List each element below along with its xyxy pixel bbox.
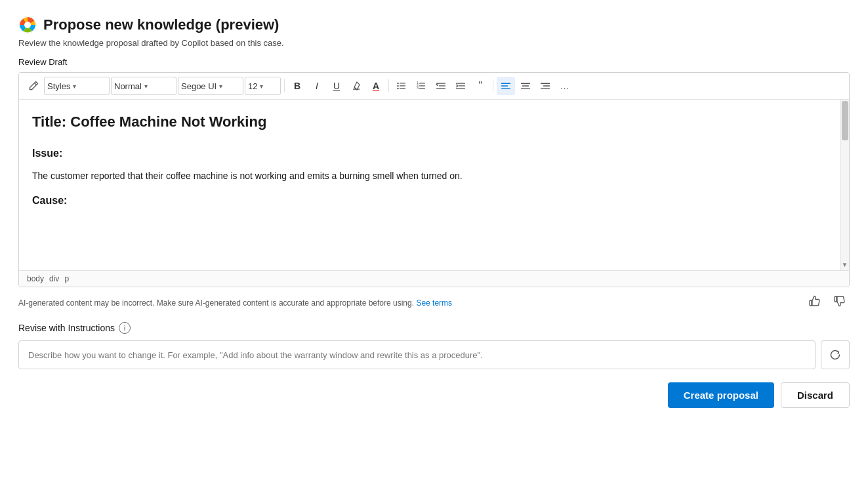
svg-rect-17 [456,83,465,84]
svg-rect-19 [456,88,465,89]
svg-rect-5 [400,85,405,86]
discard-button[interactable]: Discard [781,382,850,408]
svg-rect-7 [400,88,405,89]
revise-info-icon[interactable]: i [119,322,131,334]
statusbar-p: p [64,274,69,283]
size-dropdown-arrow: ▾ [260,83,263,90]
toolbar-divider-1 [284,79,285,92]
svg-rect-27 [543,85,550,86]
feedback-buttons [805,293,850,313]
align-left-button[interactable] [497,77,515,95]
statusbar-div: div [49,274,59,283]
revise-label-text: Revise with Instructions [18,323,115,333]
svg-rect-23 [521,83,530,84]
numbered-list-button[interactable]: 1. 2. 3. [412,77,430,95]
svg-rect-28 [541,88,550,89]
svg-rect-11 [419,85,425,86]
align-right-button[interactable] [536,77,554,95]
italic-button[interactable]: I [308,77,326,95]
normal-dropdown[interactable]: Normal ▾ [111,77,176,95]
styles-dropdown-arrow: ▾ [73,83,76,90]
quote-button[interactable]: " [471,77,489,95]
svg-rect-22 [501,88,510,89]
ai-disclaimer-text: AI-generated content may be incorrect. M… [18,298,452,308]
svg-rect-9 [419,83,425,83]
svg-rect-21 [501,85,508,86]
revise-refresh-button[interactable] [821,340,850,369]
revise-instructions-input[interactable] [18,340,816,369]
thumbs-up-button[interactable] [805,293,825,313]
bullet-list-button[interactable] [392,77,411,95]
toolbar-divider-2 [388,79,389,92]
issue-text: The customer reported that their coffee … [32,169,836,183]
normal-dropdown-arrow: ▾ [144,83,148,90]
svg-rect-13 [419,88,425,89]
editor-statusbar: body div p [19,270,849,287]
toolbar-divider-3 [493,79,493,92]
scrollbar-down-arrow[interactable]: ▼ [840,259,849,270]
svg-rect-20 [501,83,510,84]
bold-button[interactable]: B [288,77,306,95]
svg-rect-3 [400,83,405,83]
page-subtitle: Review the knowledge proposal drafted by… [18,38,850,48]
svg-rect-26 [541,83,550,84]
svg-point-1 [24,22,31,28]
svg-rect-15 [439,85,445,86]
svg-rect-18 [459,85,465,86]
svg-rect-24 [522,85,529,86]
create-proposal-button[interactable]: Create proposal [668,382,774,408]
issue-heading: Issue: [32,145,836,162]
svg-rect-16 [436,88,445,89]
svg-point-2 [397,83,398,84]
doc-title: Title: Coffee Machine Not Working [32,110,836,133]
copilot-logo-icon [18,16,37,34]
styles-dropdown[interactable]: Styles ▾ [44,77,110,95]
edit-icon-button[interactable] [24,77,43,95]
svg-point-4 [397,85,398,87]
review-draft-label: Review Draft [18,57,850,67]
size-dropdown[interactable]: 12 ▾ [245,77,281,95]
align-center-button[interactable] [516,77,535,95]
svg-point-6 [397,88,398,89]
revise-section: Revise with Instructions i [18,322,850,369]
see-terms-link[interactable]: See terms [416,298,452,308]
svg-rect-25 [521,88,530,89]
highlight-button[interactable] [347,77,365,95]
editor-toolbar: Styles ▾ Normal ▾ Segoe UI ▾ 12 ▾ B I U [19,73,849,100]
scrollbar-thumb[interactable] [842,101,848,140]
editor-container: Styles ▾ Normal ▾ Segoe UI ▾ 12 ▾ B I U [18,72,850,287]
font-dropdown-arrow: ▾ [219,83,222,90]
indent-button[interactable] [451,77,470,95]
more-options-button[interactable]: ... [556,77,574,95]
revise-input-row [18,340,850,369]
svg-text:3.: 3. [417,86,419,90]
page-title: Propose new knowledge (preview) [43,16,279,33]
editor-content-area[interactable]: Title: Coffee Machine Not Working Issue:… [19,100,849,270]
editor-scrollbar[interactable]: ▲ ▼ [840,100,849,270]
page-header: Propose new knowledge (preview) [18,16,850,34]
outdent-button[interactable] [432,77,450,95]
statusbar-body: body [27,274,44,283]
thumbs-down-button[interactable] [830,293,850,313]
ai-disclaimer-row: AI-generated content may be incorrect. M… [18,293,850,313]
font-color-button[interactable]: A [367,77,385,95]
cause-heading: Cause: [32,192,836,209]
action-buttons: Create proposal Discard [18,382,850,408]
revise-label-row: Revise with Instructions i [18,322,850,334]
font-dropdown[interactable]: Segoe UI ▾ [178,77,243,95]
underline-button[interactable]: U [327,77,346,95]
